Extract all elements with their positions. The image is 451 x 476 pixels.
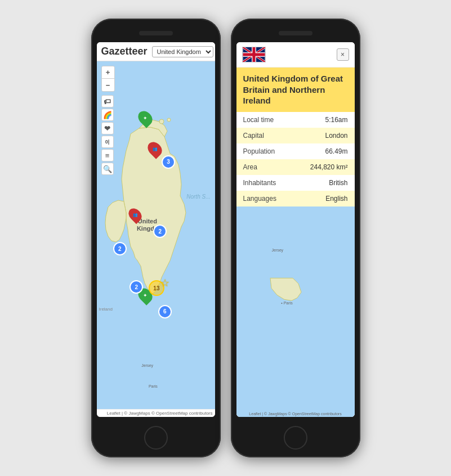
table-row: Area244,820 km² — [236, 159, 355, 175]
table-row: Population66.49m — [236, 143, 355, 159]
svg-point-2 — [167, 118, 171, 122]
row-label: Languages — [236, 191, 293, 206]
right-screen: × United Kingdom of Great Britain and No… — [236, 42, 355, 417]
row-value: 66.49m — [293, 143, 354, 159]
uk-flag — [242, 47, 266, 62]
row-label: Population — [236, 143, 293, 159]
map-header: Gazetteer United Kingdom France Germany … — [97, 42, 215, 61]
pin-cluster-6[interactable]: 6 — [158, 305, 172, 318]
sea-label: North S... — [186, 194, 210, 200]
zoom-controls: + − — [101, 66, 115, 92]
row-value: English — [293, 191, 354, 206]
paris-label: Paris — [149, 384, 158, 388]
jersey-label-right: Jersey — [272, 248, 284, 252]
table-row: InhabitantsBritish — [236, 175, 355, 191]
pin-cluster-2-left[interactable]: 2 — [113, 242, 127, 255]
pin-red-middle[interactable]: 👥 — [130, 208, 141, 222]
zoom-out-button[interactable]: − — [102, 79, 114, 91]
map-footer-right: Leaflet | © JawgMaps © OpenStreetMap con… — [236, 411, 355, 417]
close-button[interactable]: × — [337, 48, 349, 61]
right-phone: × United Kingdom of Great Britain and No… — [231, 19, 360, 457]
pin-red-scotland[interactable]: 👥 — [149, 141, 161, 157]
row-value: 244,820 km² — [293, 159, 354, 175]
jersey-label: Jersey — [141, 363, 153, 367]
table-row: Local time5:16am — [236, 112, 355, 128]
pin-cluster-2-center[interactable]: 2 — [153, 224, 167, 238]
search-button[interactable]: 🔍 — [101, 163, 114, 175]
favorites-button[interactable]: ❤ — [101, 122, 114, 134]
left-phone: Gazetteer United Kingdom France Germany … — [91, 19, 221, 457]
table-row: LanguagesEnglish — [236, 191, 355, 206]
info-panel: × United Kingdom of Great Britain and No… — [236, 42, 355, 417]
info-header: × — [236, 42, 355, 68]
country-name: United Kingdom of Great Britain and Nort… — [236, 68, 355, 112]
ireland-label: Ireland — [99, 307, 113, 312]
app-title: Gazetteer — [101, 46, 148, 57]
info-table: Local time5:16amCapitalLondonPopulation6… — [236, 112, 355, 206]
pin-cluster-2-south[interactable]: 2 — [130, 280, 143, 294]
row-label: Capital — [236, 128, 293, 143]
pin-scotland-green[interactable]: ✦ — [139, 110, 151, 126]
row-label: Local time — [236, 112, 293, 128]
svg-point-1 — [159, 119, 164, 124]
bottom-map-svg — [236, 206, 355, 417]
row-label: Inhabitants — [236, 175, 293, 191]
row-value: British — [293, 175, 354, 191]
map-bg-bottom: Jersey • Paris Leaflet | © JawgMaps © Op… — [236, 206, 355, 417]
style-button[interactable]: 🌈 — [101, 109, 114, 121]
map-footer: Leaflet | © JawgMaps © OpenStreetMap con… — [97, 409, 215, 417]
paris-dot: • Paris — [281, 301, 292, 305]
row-value: 5:16am — [293, 112, 354, 128]
pin-cluster-3[interactable]: 3 — [162, 155, 175, 169]
country-select[interactable]: United Kingdom France Germany Ireland — [152, 46, 213, 57]
table-row: CapitalLondon — [236, 128, 355, 143]
row-value: London — [293, 128, 354, 143]
map-controls: + − 🏷 🌈 ❤ 0| ≡ 🔍 — [101, 66, 115, 175]
layer-button[interactable]: 🏷 — [101, 95, 114, 107]
map-area[interactable]: North S... Ireland UnitedKingdo Jersey P… — [97, 61, 215, 409]
row-label: Area — [236, 159, 293, 175]
list-button[interactable]: ≡ — [101, 149, 114, 161]
left-screen: Gazetteer United Kingdom France Germany … — [97, 42, 215, 417]
zoom-in-button[interactable]: + — [102, 66, 114, 79]
svg-rect-11 — [243, 53, 265, 56]
pin-star[interactable]: ☆ — [160, 277, 169, 289]
numbers-button[interactable]: 0| — [101, 136, 114, 148]
